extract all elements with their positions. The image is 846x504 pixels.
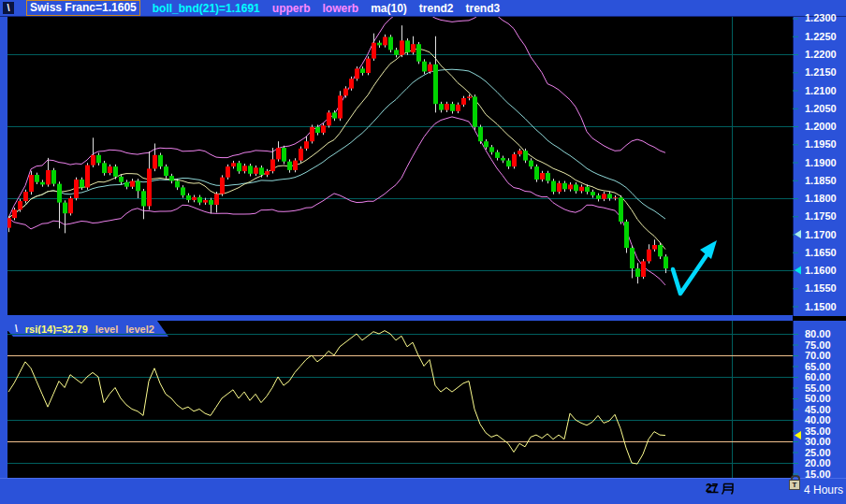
rsi-axis-label: 40.00 bbox=[805, 414, 831, 425]
symbol-label[interactable]: Swiss Franc=1.1605 bbox=[26, 0, 140, 16]
candle-body bbox=[136, 181, 140, 192]
rsi-axis-label: 65.00 bbox=[805, 361, 831, 372]
panel-splitter[interactable] bbox=[0, 315, 793, 321]
candle-body bbox=[74, 180, 79, 198]
price-axis-label: 1.2100 bbox=[805, 85, 837, 96]
candle-body bbox=[624, 222, 629, 248]
candle-body bbox=[192, 197, 197, 200]
candle-body bbox=[124, 182, 129, 187]
candle-body bbox=[12, 209, 17, 218]
candle-body bbox=[461, 98, 466, 105]
candle-body bbox=[658, 245, 663, 256]
candle-body bbox=[602, 194, 606, 198]
candle-body bbox=[428, 65, 432, 72]
price-axis-label: 1.1950 bbox=[805, 138, 837, 150]
bollinger-upper-line bbox=[8, 9, 665, 219]
axis-lock-icon[interactable]: T bbox=[789, 475, 800, 490]
candle-body bbox=[450, 104, 455, 111]
candle-body bbox=[63, 203, 67, 214]
candle-body bbox=[478, 127, 483, 141]
candle-body bbox=[506, 161, 511, 167]
candle-body bbox=[327, 112, 331, 125]
candle-body bbox=[85, 166, 90, 188]
price-axis-label: 1.1750 bbox=[805, 210, 837, 222]
candle-body bbox=[579, 187, 584, 192]
rsi-tab[interactable]: \ rsi(14)=32.79 level level2 bbox=[7, 321, 172, 337]
candle-body bbox=[495, 152, 500, 158]
candle-body bbox=[445, 104, 449, 110]
candle-body bbox=[186, 195, 191, 200]
candle-body bbox=[383, 37, 387, 46]
candle-body bbox=[321, 125, 326, 133]
candle-body bbox=[540, 173, 545, 180]
candle-body bbox=[51, 170, 56, 184]
candle-body bbox=[518, 151, 522, 154]
indicator-label-lowerb[interactable]: lowerb bbox=[322, 2, 358, 15]
price-axis-label: 1.2250 bbox=[805, 31, 837, 42]
indicator-label-ma10[interactable]: ma(10) bbox=[371, 2, 407, 15]
candle-body bbox=[394, 50, 399, 54]
candle-body bbox=[405, 40, 410, 52]
rsi-line bbox=[8, 331, 665, 465]
candle-body bbox=[433, 65, 438, 104]
rsi-axis-label: 45.00 bbox=[805, 404, 831, 415]
rsi-axis-label: 35.00 bbox=[805, 425, 831, 437]
indicator-label-bollinger[interactable]: boll_bnd(21)=1.1691 bbox=[153, 2, 260, 15]
candle-body bbox=[248, 166, 253, 174]
candle-body bbox=[630, 248, 634, 268]
candle-body bbox=[304, 141, 309, 149]
price-axis-label: 1.2200 bbox=[805, 49, 837, 60]
rsi-value-label: rsi(14)=32.79 bbox=[25, 324, 88, 335]
candle-body bbox=[68, 198, 73, 213]
candle-body bbox=[400, 40, 404, 54]
candle-body bbox=[366, 59, 371, 73]
candle-body bbox=[562, 183, 567, 190]
price-axis-label: 1.1650 bbox=[805, 247, 837, 258]
candle-body bbox=[411, 44, 416, 52]
candle-body bbox=[332, 112, 337, 118]
candle-body bbox=[585, 187, 590, 192]
timeframe-label: 4 Hours bbox=[804, 483, 843, 497]
candle-body bbox=[254, 167, 258, 174]
candle-body bbox=[119, 177, 124, 182]
indicator-label-upperb[interactable]: upperb bbox=[272, 2, 311, 15]
candle-body bbox=[557, 183, 562, 192]
candle-body bbox=[57, 184, 62, 203]
candle-body bbox=[203, 200, 208, 203]
price-axis-label: 1.1550 bbox=[805, 282, 837, 294]
candle-body bbox=[647, 250, 651, 262]
candle-body bbox=[635, 268, 640, 277]
chart-plot-area bbox=[0, 0, 846, 504]
candle-body bbox=[40, 182, 45, 185]
candle-body bbox=[141, 191, 146, 206]
candle-body bbox=[551, 181, 556, 193]
price-axis-label: 1.2050 bbox=[805, 103, 837, 114]
candle-body bbox=[293, 161, 298, 170]
candle-body bbox=[108, 166, 112, 173]
rsi-axis-label: 80.00 bbox=[805, 328, 831, 339]
candle-body bbox=[534, 166, 539, 180]
candle-body bbox=[164, 166, 168, 176]
indicator-label-trend2[interactable]: trend2 bbox=[419, 2, 454, 15]
candle-body bbox=[489, 147, 494, 151]
candle-body bbox=[80, 180, 84, 188]
candle-body bbox=[596, 195, 601, 199]
grid-lines bbox=[7, 17, 793, 478]
price-axis-label: 1.2000 bbox=[805, 121, 837, 132]
candle-body bbox=[467, 96, 472, 98]
candle-body bbox=[422, 62, 427, 72]
candle-body bbox=[473, 96, 477, 126]
price-axis-label: 1.2150 bbox=[805, 66, 837, 78]
candle-body bbox=[456, 105, 460, 111]
candle-body bbox=[338, 95, 343, 118]
candle-body bbox=[282, 148, 286, 162]
candle-body bbox=[439, 104, 444, 110]
indicator-label-trend3[interactable]: trend3 bbox=[466, 2, 501, 15]
draw-tool-icon[interactable]: \ bbox=[3, 2, 14, 14]
rsi-level-lines[interactable] bbox=[7, 356, 793, 442]
rsi-axis-label: 60.00 bbox=[805, 371, 831, 382]
price-axis-label: 1.1600 bbox=[805, 265, 837, 276]
trend-arrow-annotation[interactable] bbox=[673, 240, 717, 294]
candle-body bbox=[568, 184, 573, 189]
rsi-axis-label: 70.00 bbox=[805, 350, 831, 361]
